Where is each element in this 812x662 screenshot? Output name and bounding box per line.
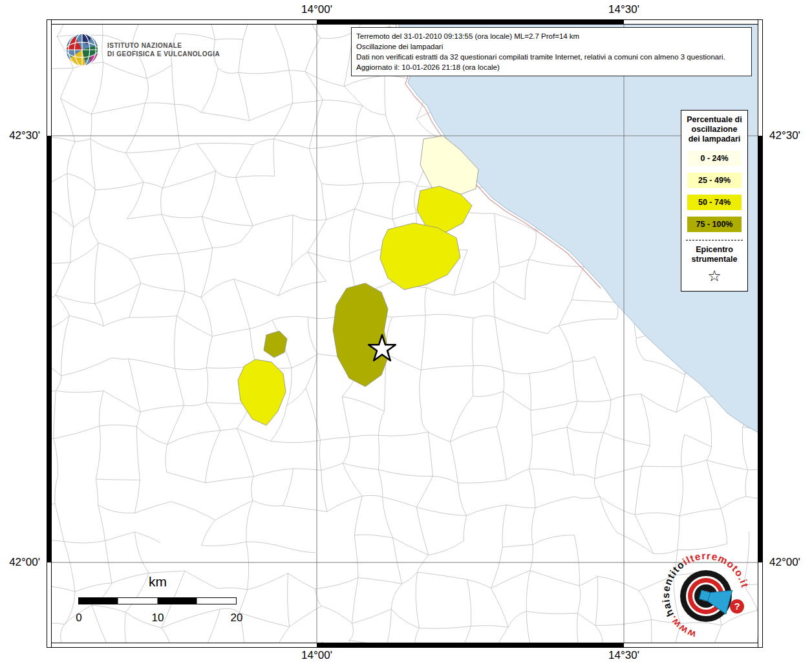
epicenter-star-icon: ☆ [685,267,744,285]
scalebar-tick-10: 10 [152,612,164,625]
event-updated-at: Aggiornato il: 10-01-2026 21:18 (ora loc… [356,62,747,72]
page: 14°00' 14°30' 14°00' 14°30' 42°30' 42°00… [0,0,812,662]
lon-label-top-1430: 14°30' [608,3,639,16]
lat-label-right-4230: 42°30' [769,129,800,142]
scalebar-tick-20: 20 [231,612,243,625]
ingv-name-line1: ISTITUTO NAZIONALE [107,41,220,50]
event-info-box: Terremoto del 31-01-2010 09:13:55 (ora l… [351,27,752,76]
event-map-type: Oscillazione dei lampadari [356,41,747,52]
scalebar-tick-0: 0 [76,612,81,625]
scalebar-unit: km [149,574,167,590]
scalebar [78,597,237,605]
legend-title: Percentuale di oscillazione dei lampadar… [685,115,744,144]
lon-label-bottom-1430: 14°30' [608,649,639,662]
legend-swatch-50-74: 50 - 74% [687,195,742,210]
legend-swatch-0-24: 0 - 24% [687,151,742,166]
question-bubble-icon: ? [730,599,744,614]
legend-divider [686,240,743,240]
lat-label-right-4200: 42°00' [769,556,800,569]
question-mark: ? [734,601,740,612]
legend-epicenter-title: Epicentro strumentale [685,245,744,264]
legend-swatch-25-49: 25 - 49% [687,173,742,188]
ingv-globe-icon [63,31,101,69]
event-title: Terremoto del 31-01-2010 09:13:55 (ora l… [356,31,747,41]
legend-swatch-75-100: 75 - 100% [687,217,742,232]
legend: Percentuale di oscillazione dei lampadar… [681,110,748,292]
lat-label-left-4200: 42°00' [0,556,40,569]
ingv-logo-block: ISTITUTO NAZIONALE DI GEOFISICA E VULCAN… [63,31,220,69]
region-intensity-4 [333,283,389,387]
haisentitoilterremoto-logo: ? www.haisentitoilterremoto.it [645,535,767,657]
ingv-name: ISTITUTO NAZIONALE DI GEOFISICA E VULCAN… [107,41,220,58]
lon-label-top-1400: 14°00' [301,3,332,16]
lon-label-bottom-1400: 14°00' [301,649,332,662]
region-intensity-5 [264,331,287,358]
region-intensity-3 [380,223,460,290]
event-data-note: Dati non verificati estratti da 32 quest… [356,52,747,62]
ingv-name-line2: DI GEOFISICA E VULCANOLOGIA [107,50,220,58]
lat-label-left-4230: 42°30' [0,129,40,142]
